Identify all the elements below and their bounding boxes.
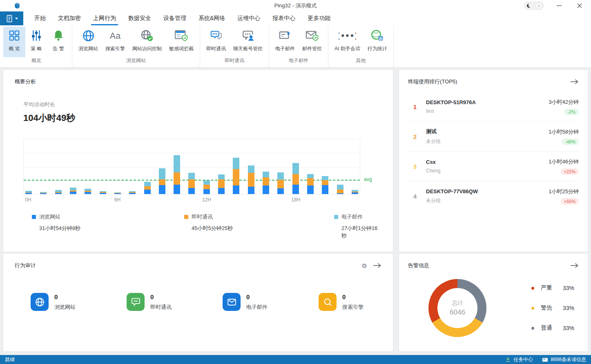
- bar-segment: [144, 186, 151, 190]
- ribbon-button[interactable]: 行为统计: [364, 27, 391, 57]
- ribbon-button[interactable]: 聊天账号管控: [230, 27, 266, 57]
- alert-level-pct: 33%: [563, 325, 574, 331]
- alerts-more-button[interactable]: [570, 263, 579, 268]
- app-menu-button[interactable]: [0, 11, 23, 25]
- bar-segment: [174, 185, 180, 194]
- tab-9[interactable]: 更多功能: [301, 11, 337, 25]
- ribbon-button[interactable]: {•••}AI 助手会话: [331, 27, 364, 57]
- bar-segment: [322, 176, 328, 180]
- tab-6[interactable]: 系统&网络: [192, 11, 231, 25]
- trend-badge: -48%: [562, 138, 579, 145]
- tab-7[interactable]: 运维中心: [231, 11, 266, 25]
- theme-toggle[interactable]: [524, 2, 544, 10]
- chevron-down-icon: [15, 18, 18, 20]
- status-item-label: 任务中心: [513, 356, 533, 363]
- ribbon-button[interactable]: 概 览: [3, 27, 25, 57]
- ribbon-button[interactable]: 网站访问控制: [129, 27, 165, 57]
- audit-stat[interactable]: 0电子邮件: [223, 293, 319, 311]
- audit-more-button[interactable]: [373, 263, 381, 268]
- top5-item[interactable]: 1DESKTOP-51R976Atest3小时42分钟-2%: [408, 92, 579, 122]
- legend-dot: [531, 327, 534, 330]
- audit-stat[interactable]: 0浏览网站: [31, 293, 127, 311]
- bell-icon: [52, 28, 65, 43]
- avg-activity-value: 104小时49秒: [23, 112, 381, 124]
- top5-item[interactable]: 3CsxCheng1小时46分钟+22%: [408, 152, 579, 181]
- mail-icon: [279, 28, 292, 43]
- avg-activity-label: 平均活动时长: [23, 101, 381, 108]
- trend-badge: +55%: [561, 198, 579, 205]
- donut-center-label: 总计: [452, 299, 463, 307]
- bar-segment: [159, 168, 165, 179]
- bar-segment: [233, 158, 239, 169]
- bar-hour-2: [55, 190, 62, 194]
- tab-3[interactable]: 上网行为: [87, 11, 122, 25]
- x-tick-label: 12H: [202, 197, 211, 203]
- minimize-button[interactable]: [554, 1, 564, 11]
- ribbon-button[interactable]: 邮件管控: [299, 27, 326, 57]
- ribbon-button[interactable]: 敏感词拦截: [165, 27, 197, 57]
- bar-hour-0: [25, 191, 32, 194]
- status-item[interactable]: 任务中心: [505, 356, 533, 363]
- mail-shield-icon: [305, 28, 319, 43]
- bar-segment: [292, 163, 299, 174]
- terminal-group: 未分组: [426, 138, 549, 145]
- bar-segment: [307, 178, 314, 185]
- ribbon-button[interactable]: 浏览网站: [75, 27, 102, 57]
- legend-item: 电子邮件27小时1分钟16秒: [334, 213, 379, 239]
- ribbon-button[interactable]: 告 警: [47, 27, 69, 57]
- tab-5[interactable]: 设备管理: [157, 11, 192, 25]
- bar-segment: [248, 165, 254, 173]
- bar-segment: [203, 189, 210, 194]
- bar-hour-16: [263, 172, 269, 194]
- legend-duration: 27小时1分钟16秒: [341, 225, 379, 239]
- arrow-right-icon: [570, 79, 579, 85]
- bar-segment: [114, 193, 121, 194]
- ribbon-button[interactable]: 电子邮件: [272, 27, 299, 57]
- top5-item[interactable]: 2测试未分组1小时58分钟-48%: [408, 122, 579, 152]
- bar-segment: [144, 190, 151, 194]
- bar-hour-7: [129, 191, 136, 194]
- menu-tab-bar: 开始文档加密上网行为数据安全设备管理系统&网络运维中心报表中心更多功能: [0, 11, 591, 25]
- tab-4[interactable]: 数据安全: [122, 11, 157, 25]
- top5-more-button[interactable]: [570, 79, 579, 85]
- top5-item[interactable]: 4DESKTOP-77V86QW未分组1小时25分钟+55%: [408, 181, 579, 211]
- close-button[interactable]: [575, 1, 584, 11]
- terminal-name: 测试: [426, 128, 549, 135]
- legend-label: 浏览网站: [39, 213, 60, 221]
- status-item-label: 8698条未读信息: [551, 356, 586, 363]
- tab-2[interactable]: 文档加密: [52, 11, 87, 25]
- ribbon-button-label: 行为统计: [368, 45, 387, 52]
- alert-level-pct: 33%: [563, 305, 574, 311]
- gear-icon[interactable]: ⚙: [362, 263, 367, 269]
- chart-legend: 浏览网站31小时54分钟8秒即时通讯45小时5分钟25秒电子邮件27小时1分钟1…: [23, 213, 379, 234]
- download-icon: [505, 357, 511, 362]
- ribbon-button-label: 搜索引擎: [105, 45, 125, 52]
- summary-panel-title: 概要分析: [15, 78, 36, 85]
- audit-stat[interactable]: 0即时通讯: [127, 293, 223, 311]
- bar-segment: [307, 185, 314, 194]
- bar-segment: [277, 172, 284, 180]
- bar-hour-5: [100, 191, 106, 194]
- ribbon-button-label: AI 助手会话: [335, 45, 360, 52]
- arrow-right-icon: [570, 263, 579, 268]
- overview-grid-icon: [8, 28, 20, 43]
- legend-swatch: [184, 215, 188, 219]
- bar-segment: [292, 185, 299, 194]
- alerts-panel: 告警信息 总计 6046 严重33%警告33%普通33%: [399, 254, 588, 351]
- ribbon-button[interactable]: 策 略: [25, 27, 47, 57]
- rank-number: 2: [408, 133, 422, 140]
- search-aa-icon: Aa: [108, 28, 122, 43]
- status-item[interactable]: 8698条未读信息: [542, 356, 586, 363]
- tab-8[interactable]: 报表中心: [266, 11, 301, 25]
- status-ready-text: 就绪: [5, 356, 505, 363]
- bar-segment: [233, 169, 239, 185]
- globe-stats-icon: [371, 28, 384, 43]
- tab-1[interactable]: 开始: [28, 11, 52, 25]
- ribbon-button[interactable]: Aa搜索引擎: [102, 27, 129, 57]
- ribbon-button[interactable]: 即时通讯: [203, 27, 230, 57]
- legend-label: 电子邮件: [341, 213, 363, 221]
- chart-plot-area: [23, 139, 360, 194]
- bar-segment: [159, 185, 165, 194]
- ribbon-group-label: 即时通讯: [203, 57, 266, 67]
- trend-badge: -2%: [564, 109, 579, 115]
